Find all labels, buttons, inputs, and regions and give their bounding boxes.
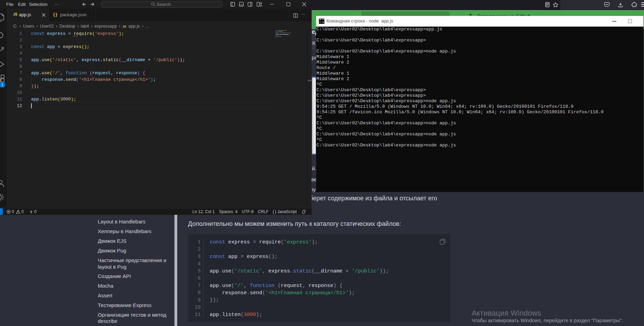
svg-text:C:\: C:\ [320,21,324,23]
